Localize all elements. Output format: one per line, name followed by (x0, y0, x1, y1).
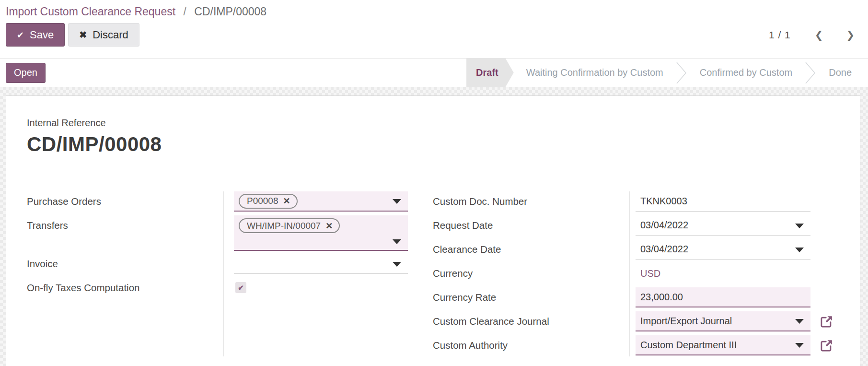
stage-waiting-confirmation[interactable]: Waiting Confirmation by Custom (514, 59, 676, 87)
clearance-date-field[interactable]: 03/04/2022 (636, 239, 810, 260)
invoice-label: Invoice (27, 258, 58, 270)
checkmark-icon: ✔ (238, 283, 244, 292)
request-date-field[interactable]: 03/04/2022 (636, 215, 810, 236)
clearance-journal-label: Custom Clearance Journal (433, 316, 549, 327)
internal-reference-value: CD/IMP/00008 (27, 133, 839, 156)
currency-rate-label-cell: Currency Rate (433, 287, 629, 308)
currency-label-cell: Currency (433, 263, 629, 284)
title-block: Internal Reference CD/IMP/00008 (27, 118, 839, 156)
stage-separator-icon (676, 59, 687, 87)
onfly-taxes-label-cell: On-fly Taxes Computation (27, 278, 223, 299)
pager-next-button[interactable]: ❯ (841, 27, 859, 43)
open-button[interactable]: Open (6, 63, 46, 83)
clearance-date-label-cell: Clearance Date (433, 239, 629, 260)
statusbar: Open Draft Waiting Confirmation by Custo… (0, 59, 868, 87)
invoice-field[interactable] (234, 254, 408, 274)
request-date-value: 03/04/2022 (640, 220, 688, 231)
clearance-journal-field[interactable]: Import/Export Journal (636, 311, 810, 331)
invoice-label-cell: Invoice (27, 254, 223, 275)
custom-doc-number-label-cell: Custom Doc. Number (433, 191, 629, 213)
custom-authority-field[interactable]: Custom Department III (636, 335, 810, 355)
dropdown-caret-icon[interactable] (393, 262, 401, 267)
remove-tag-icon[interactable]: ✕ (325, 222, 333, 230)
stage-separator-icon (805, 59, 816, 87)
custom-authority-label-cell: Custom Authority (433, 335, 629, 356)
pager-count: 1 / 1 (769, 29, 791, 41)
transfer-tag[interactable]: WH/IMP-IN/00007 ✕ (239, 218, 340, 233)
clearance-date-label: Clearance Date (433, 244, 501, 255)
discard-button-label: Discard (93, 29, 128, 41)
internal-reference-label: Internal Reference (27, 118, 839, 129)
save-button-label: Save (30, 29, 54, 41)
cross-icon: ✖ (79, 29, 87, 40)
discard-button[interactable]: ✖ Discard (68, 23, 139, 47)
external-link-icon[interactable] (819, 314, 834, 329)
clearance-journal-value: Import/Export Journal (640, 316, 732, 327)
statusbar-stages: Draft Waiting Confirmation by Custom Con… (466, 59, 868, 87)
pager-prev-button[interactable]: ❮ (810, 27, 828, 43)
breadcrumb: Import Custom Clearance Request / CD/IMP… (6, 5, 266, 18)
stage-confirmed[interactable]: Confirmed by Custom (687, 59, 805, 87)
currency-value-link[interactable]: USD (640, 268, 660, 279)
onfly-taxes-checkbox[interactable]: ✔ (235, 282, 246, 293)
dropdown-caret-icon[interactable] (795, 343, 804, 348)
clearance-date-value: 03/04/2022 (640, 244, 688, 255)
form-sheet: Internal Reference CD/IMP/00008 Purchase… (6, 95, 860, 366)
custom-doc-number-label: Custom Doc. Number (433, 196, 527, 207)
purchase-orders-label: Purchase Orders (27, 196, 101, 207)
currency-rate-label: Currency Rate (433, 292, 496, 303)
custom-doc-number-field[interactable]: TKNK0003 (636, 191, 810, 212)
request-date-label-cell: Request Date (433, 215, 629, 236)
save-button[interactable]: ✔ Save (6, 23, 65, 47)
custom-authority-label: Custom Authority (433, 340, 508, 351)
purchase-orders-field[interactable]: P00008 ✕ (234, 191, 408, 212)
stage-done[interactable]: Done (816, 59, 864, 87)
breadcrumb-current: CD/IMP/00008 (194, 5, 266, 18)
purchase-order-tag[interactable]: P00008 ✕ (239, 194, 298, 209)
transfer-tag-label: WH/IMP-IN/00007 (247, 221, 321, 231)
control-panel: Import Custom Clearance Request / CD/IMP… (0, 0, 868, 59)
transfers-field[interactable]: WH/IMP-IN/00007 ✕ (234, 215, 408, 251)
custom-authority-value: Custom Department III (640, 340, 737, 351)
custom-doc-number-value: TKNK0003 (640, 196, 687, 207)
dropdown-caret-icon[interactable] (393, 239, 401, 244)
right-field-group: Custom Doc. Number TKNK0003 Request Date… (433, 191, 840, 356)
dropdown-caret-icon[interactable] (795, 248, 804, 252)
currency-rate-field[interactable]: 23,000.00 (636, 287, 810, 307)
clearance-journal-label-cell: Custom Clearance Journal (433, 311, 629, 332)
dropdown-caret-icon[interactable] (795, 319, 804, 324)
onfly-taxes-label: On-fly Taxes Computation (27, 282, 139, 294)
currency-rate-value: 23,000.00 (640, 292, 683, 303)
check-icon: ✔ (17, 30, 24, 40)
dropdown-caret-icon[interactable] (795, 224, 804, 228)
purchase-order-tag-label: P00008 (247, 196, 278, 206)
request-date-label: Request Date (433, 220, 493, 231)
remove-tag-icon[interactable]: ✕ (283, 197, 290, 205)
breadcrumb-parent-link[interactable]: Import Custom Clearance Request (6, 5, 175, 18)
pager: 1 / 1 ❮ ❯ (769, 23, 859, 47)
left-field-group: Purchase Orders P00008 ✕ Transfers (27, 191, 408, 356)
dropdown-caret-icon[interactable] (393, 199, 401, 204)
transfers-label-cell: Transfers (27, 215, 223, 251)
stage-draft[interactable]: Draft (466, 59, 514, 87)
purchase-orders-label-cell: Purchase Orders (27, 191, 223, 213)
external-link-icon[interactable] (819, 338, 834, 353)
content-background: Internal Reference CD/IMP/00008 Purchase… (0, 87, 868, 366)
currency-field: USD (636, 263, 810, 283)
currency-label: Currency (433, 268, 473, 279)
transfers-label: Transfers (27, 220, 68, 231)
breadcrumb-separator: / (184, 5, 186, 18)
